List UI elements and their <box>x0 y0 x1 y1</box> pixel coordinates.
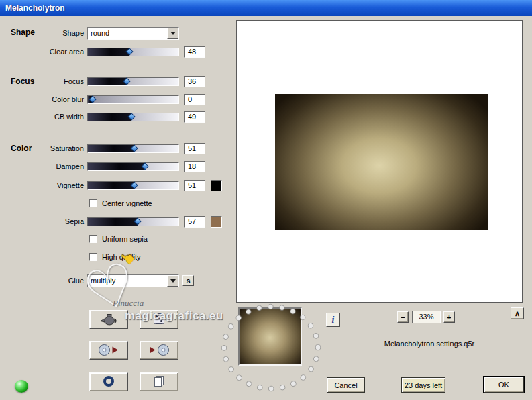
cb-width-value[interactable]: 49 <box>184 111 205 123</box>
surprise-button[interactable] <box>89 310 128 329</box>
watermark-name: Pinuccia <box>113 298 144 309</box>
preview-thumbnail[interactable] <box>238 307 302 366</box>
window-title: Melancholytron <box>5 3 65 13</box>
clear-area-value[interactable]: 48 <box>184 46 205 58</box>
chevron-down-icon <box>170 32 176 35</box>
vignette-color-swatch[interactable] <box>211 180 222 191</box>
focus-label: Focus <box>19 77 84 86</box>
days-left-button[interactable]: 23 days left <box>401 377 445 393</box>
sepia-value[interactable]: 57 <box>184 216 205 228</box>
collapse-button[interactable]: ∧ <box>511 307 524 319</box>
settings-filename: Melancholytron settings.q5r <box>356 340 503 348</box>
hand-cursor-icon: ☛ <box>117 247 139 268</box>
color-blur-slider-fill <box>88 96 93 103</box>
dampen-slider-handle[interactable] <box>141 162 148 170</box>
preview-image[interactable] <box>275 94 488 230</box>
sepia-slider-fill <box>88 218 138 226</box>
saturation-slider[interactable] <box>87 144 179 153</box>
copy-settings-button[interactable] <box>140 372 178 391</box>
ok-button[interactable]: OK <box>484 377 524 393</box>
glue-label: Glue <box>19 277 84 285</box>
color-blur-slider[interactable] <box>87 95 179 104</box>
clear-area-slider-handle[interactable] <box>125 48 133 55</box>
dampen-slider[interactable] <box>87 162 179 171</box>
glue-dropdown-button[interactable] <box>167 275 178 287</box>
focus-value[interactable]: 36 <box>184 76 205 87</box>
clear-area-label: Clear area <box>19 48 84 56</box>
ring-icon <box>103 375 115 389</box>
teapot-icon <box>99 313 118 327</box>
shape-dropdown-value: round <box>88 28 167 39</box>
vignette-value[interactable]: 51 <box>184 180 205 191</box>
dampen-label: Dampen <box>19 162 84 171</box>
shape-label: Shape <box>19 29 84 38</box>
cb-width-slider-handle[interactable] <box>127 113 135 120</box>
pages-icon <box>153 375 165 389</box>
color-blur-value[interactable]: 0 <box>184 94 205 105</box>
zoom-in-button[interactable]: + <box>443 311 455 323</box>
saturation-slider-fill <box>88 145 134 152</box>
cd-play-icon <box>98 344 119 358</box>
cb-width-slider[interactable] <box>87 113 179 121</box>
sepia-slider-handle[interactable] <box>134 217 142 225</box>
focus-slider-handle[interactable] <box>123 77 130 85</box>
gem-icon[interactable] <box>15 380 28 393</box>
gamble-button[interactable] <box>140 310 178 329</box>
uniform-sepia-label: Uniform sepia <box>102 235 148 244</box>
glue-dropdown[interactable]: multiply <box>87 274 179 287</box>
cb-width-slider-fill <box>88 113 131 121</box>
color-blur-slider-handle[interactable] <box>89 95 96 103</box>
zoom-level-field: 33% <box>412 311 441 323</box>
melancholytron-dialog: Melancholytron Shape Focus Color Shape r… <box>0 0 532 400</box>
glue-dropdown-value: multiply <box>88 275 167 287</box>
preview-panel[interactable] <box>236 20 523 303</box>
load-settings-button[interactable] <box>89 341 128 360</box>
zoom-out-button[interactable]: − <box>397 311 409 323</box>
uniform-sepia-checkbox[interactable] <box>89 235 97 243</box>
vignette-label: Vignette <box>19 181 84 190</box>
sepia-label: Sepia <box>19 217 84 226</box>
shape-dropdown-button[interactable] <box>167 28 178 39</box>
reset-button[interactable] <box>89 372 128 391</box>
center-vignette-label: Center vignette <box>102 199 152 208</box>
vignette-slider[interactable] <box>87 181 179 190</box>
sepia-color-swatch[interactable] <box>211 216 222 228</box>
focus-slider-fill <box>88 78 127 85</box>
save-settings-button[interactable] <box>140 341 178 360</box>
saturation-value[interactable]: 51 <box>184 143 205 154</box>
focus-slider[interactable] <box>87 77 179 86</box>
thumbnail-image <box>240 309 301 364</box>
saturation-slider-handle[interactable] <box>130 144 138 152</box>
cb-width-label: CB width <box>19 113 84 121</box>
dampen-value[interactable]: 18 <box>184 161 205 172</box>
vignette-slider-fill <box>88 182 134 189</box>
saturation-label: Saturation <box>19 144 84 153</box>
clear-area-slider[interactable] <box>87 48 179 56</box>
sepia-slider[interactable] <box>87 217 179 226</box>
center-vignette-checkbox[interactable] <box>89 199 97 207</box>
clear-area-slider-fill <box>88 48 129 56</box>
dice-icon <box>153 313 165 326</box>
vignette-slider-handle[interactable] <box>130 181 138 189</box>
info-button[interactable]: i <box>326 313 340 327</box>
chevron-down-icon <box>170 279 176 283</box>
titlebar[interactable]: Melancholytron <box>0 0 532 16</box>
cancel-button[interactable]: Cancel <box>327 377 365 393</box>
info-icon: i <box>332 315 335 326</box>
high-quality-checkbox[interactable] <box>89 253 97 261</box>
color-blur-label: Color blur <box>19 95 84 104</box>
glue-aux-button[interactable]: s <box>182 275 194 286</box>
dampen-slider-fill <box>88 163 145 170</box>
shape-dropdown[interactable]: round <box>87 27 179 40</box>
play-cd-icon <box>148 344 170 358</box>
